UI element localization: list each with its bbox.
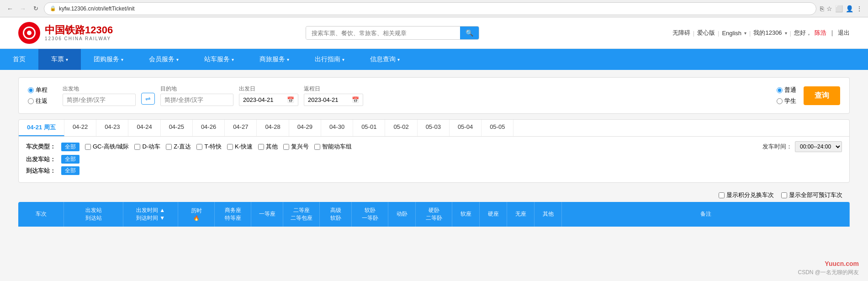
- show-transfer-option[interactable]: 显示积分兑换车次: [719, 191, 774, 199]
- date-tab-13[interactable]: 05-04: [450, 120, 482, 136]
- col-first-class: 一等座: [251, 202, 283, 227]
- english-link[interactable]: English: [722, 30, 741, 37]
- date-tab-8[interactable]: 04-29: [289, 120, 321, 136]
- date-tab-0[interactable]: 04-21 周五: [19, 120, 64, 136]
- nav-item-group[interactable]: 团购服务 ▾: [81, 49, 136, 70]
- info-arrow: ▾: [397, 57, 400, 62]
- date-tab-10[interactable]: 05-01: [353, 120, 385, 136]
- col-soft-seat: 软座: [452, 202, 480, 227]
- nav-item-guide[interactable]: 出行指南 ▾: [302, 49, 357, 70]
- account-dropdown-arrow: ▾: [785, 31, 787, 36]
- bookmark-button[interactable]: ☆: [826, 5, 832, 12]
- logo-area: 中国铁路12306 12306 CHINA RAILWAY: [18, 22, 113, 44]
- date-tab-14[interactable]: 05-05: [482, 120, 513, 136]
- date-tab-6[interactable]: 04-27: [225, 120, 257, 136]
- nav-item-business[interactable]: 商旅服务 ▾: [247, 49, 302, 70]
- guide-arrow: ▾: [342, 57, 344, 62]
- logo-text: 中国铁路12306 12306 CHINA RAILWAY: [45, 24, 113, 42]
- filter-fuxing[interactable]: 复兴号: [283, 143, 309, 151]
- student-ticket-radio[interactable]: 学生: [777, 97, 796, 105]
- love-version-link[interactable]: 爱心版: [697, 29, 715, 37]
- logout-link[interactable]: 退出: [838, 29, 850, 37]
- back-button[interactable]: ←: [5, 4, 15, 13]
- menu-button[interactable]: ⋮: [856, 5, 863, 12]
- single-trip-radio[interactable]: 单程: [28, 86, 55, 94]
- filter-section: 车次类型： 全部 GC-高铁/城际 D-动车 Z-直达 T-特快 K-快速: [19, 137, 849, 182]
- date-tab-5[interactable]: 04-26: [193, 120, 225, 136]
- filter-t[interactable]: T-特快: [196, 143, 222, 151]
- filter-d[interactable]: D-动车: [134, 143, 160, 151]
- logo-ring: [23, 27, 36, 39]
- return-date-input[interactable]: [308, 96, 349, 103]
- col-train[interactable]: 车次: [18, 202, 64, 227]
- date-tab-9[interactable]: 04-30: [321, 120, 353, 136]
- forward-button[interactable]: →: [18, 4, 27, 13]
- swap-button[interactable]: ⇌: [141, 93, 155, 105]
- date-tab-4[interactable]: 04-25: [161, 120, 193, 136]
- nav-item-home[interactable]: 首页: [0, 49, 38, 70]
- time-select[interactable]: 00:00--24:00 06:00--12:00 12:00--18:00 1…: [795, 141, 842, 152]
- date-tab-12[interactable]: 05-03: [418, 120, 450, 136]
- show-all-bookable-option[interactable]: 显示全部可预订车次: [781, 191, 842, 199]
- barrier-free-link[interactable]: 无障碍: [672, 29, 690, 37]
- browser-chrome: ← → ↻ 🔒 kyfw.12306.cn/otn/leftTicket/ini…: [0, 0, 868, 17]
- col-duration[interactable]: 历时 🔥: [178, 202, 215, 227]
- nav-item-info[interactable]: 信息查询 ▾: [357, 49, 413, 70]
- business-arrow: ▾: [287, 57, 289, 62]
- to-input[interactable]: [160, 94, 233, 106]
- share-button[interactable]: ⎘: [820, 5, 824, 12]
- date-tab-11[interactable]: 05-02: [385, 120, 417, 136]
- nav-item-tickets[interactable]: 车票 ▾: [38, 49, 81, 70]
- depart-date-group: 出发日 📅: [239, 85, 298, 106]
- my-account-link[interactable]: 我的12306: [753, 29, 782, 37]
- round-trip-radio[interactable]: 往返: [28, 97, 55, 105]
- nav-item-member[interactable]: 会员服务 ▾: [136, 49, 191, 70]
- arrive-station-label: 到达车站：: [26, 167, 56, 175]
- date-tabs: 04-21 周五 04-22 04-23 04-24 04-25 04-26 0…: [19, 120, 849, 137]
- profile-button[interactable]: 👤: [846, 5, 853, 12]
- to-label: 目的地: [160, 85, 233, 93]
- to-field-group: 目的地: [160, 85, 233, 106]
- filter-z[interactable]: Z-直达: [166, 143, 191, 151]
- depart-date-input[interactable]: [243, 96, 284, 103]
- form-fields: 出发地 ⇌ 目的地 出发日 📅 返程日: [63, 85, 769, 106]
- depart-all-tag[interactable]: 全部: [61, 155, 79, 164]
- station-arrow: ▾: [232, 57, 234, 62]
- from-field-group: 出发地: [63, 85, 136, 106]
- arrive-all-tag[interactable]: 全部: [61, 166, 79, 175]
- from-input[interactable]: [63, 94, 136, 106]
- return-date-group: 返程日 📅: [304, 85, 363, 106]
- date-tab-7[interactable]: 04-28: [257, 120, 289, 136]
- filter-smart[interactable]: 智能动车组: [314, 143, 352, 151]
- depart-date-wrap: 📅: [239, 94, 298, 106]
- refresh-button[interactable]: ↻: [31, 4, 40, 13]
- nav-item-station[interactable]: 站车服务 ▾: [191, 49, 247, 70]
- separator: ｜: [829, 29, 835, 37]
- date-tab-1[interactable]: 04-22: [64, 120, 96, 136]
- date-tab-3[interactable]: 04-24: [128, 120, 160, 136]
- logo-sub-text: 12306 CHINA RAILWAY: [45, 36, 113, 42]
- search-button[interactable]: 🔍: [460, 27, 479, 39]
- address-bar[interactable]: 🔒 kyfw.12306.cn/otn/leftTicket/init: [44, 2, 816, 15]
- col-time[interactable]: 出发时间 ▲ 到达时间 ▼: [123, 202, 178, 227]
- date-tab-2[interactable]: 04-23: [96, 120, 128, 136]
- all-tag[interactable]: 全部: [61, 143, 79, 151]
- window-button[interactable]: ⬜: [835, 5, 843, 12]
- browser-actions: ⎘ ☆ ⬜ 👤 ⋮: [820, 5, 863, 12]
- col-move: 动卧: [388, 202, 416, 227]
- depart-station-row: 出发车站： 全部: [26, 155, 842, 164]
- lock-icon: 🔒: [50, 5, 56, 11]
- normal-ticket-radio[interactable]: 普通: [777, 86, 796, 94]
- content-area: 单程 往返 出发地 ⇌ 目的地 出发日: [0, 70, 868, 234]
- query-button[interactable]: 查询: [804, 86, 840, 105]
- search-bar[interactable]: 🔍: [306, 26, 479, 40]
- search-input[interactable]: [306, 27, 460, 39]
- depart-calendar-icon[interactable]: 📅: [287, 96, 294, 103]
- filter-k[interactable]: K-快速: [227, 143, 253, 151]
- train-type-label: 车次类型：: [26, 143, 56, 151]
- filter-other-type[interactable]: 其他: [258, 143, 278, 151]
- show-all-bookable-label: 显示全部可预订车次: [789, 191, 842, 199]
- return-calendar-icon[interactable]: 📅: [352, 96, 359, 103]
- filter-gc[interactable]: GC-高铁/城际: [85, 143, 129, 151]
- username-link[interactable]: 陈浩: [815, 29, 826, 37]
